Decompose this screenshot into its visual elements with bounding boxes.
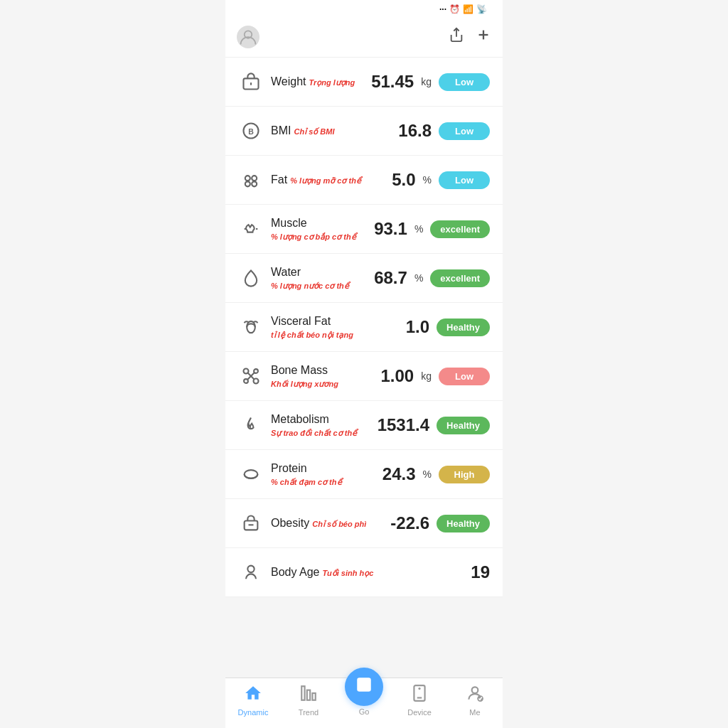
me-label: Me: [469, 708, 480, 717]
bone-mass-icon: [238, 363, 264, 389]
metric-row-fat[interactable]: Fat% lượng mỡ cơ thể5.0%Low: [225, 156, 503, 205]
muscle-subtitle: % lượng cơ bắp cơ thể: [271, 232, 356, 242]
body-age-icon: [238, 560, 264, 585]
fat-value-area: 5.0%Low: [392, 170, 490, 190]
metabolism-badge: Healthy: [437, 417, 490, 434]
dots-icon: ···: [439, 4, 446, 14]
fat-labels: Fat% lượng mỡ cơ thể: [271, 173, 385, 186]
svg-point-14: [247, 321, 255, 333]
svg-point-9: [252, 176, 257, 181]
svg-point-18: [254, 369, 258, 373]
metric-row-water[interactable]: Water% lượng nước cơ thể68.7%excellent: [225, 254, 503, 303]
header-avatar: [237, 26, 259, 48]
metabolism-name: Metabolism: [271, 413, 329, 426]
body-age-value-area: 19: [471, 562, 490, 582]
svg-point-11: [252, 181, 257, 186]
metric-row-bmi[interactable]: B BMIChỉ số BMI16.8Low: [225, 107, 503, 156]
protein-subtitle: % chất đạm cơ thể: [271, 478, 342, 487]
water-subtitle: % lượng nước cơ thể: [271, 282, 349, 291]
fat-name: Fat: [271, 173, 287, 186]
protein-badge: High: [439, 466, 490, 483]
bone-mass-value-area: 1.00kgLow: [380, 366, 490, 386]
wifi-icon: 📡: [476, 4, 487, 14]
nav-go[interactable]: Go: [336, 685, 392, 716]
nav-me[interactable]: Me: [447, 684, 503, 717]
bone-mass-badge: Low: [439, 368, 490, 385]
svg-point-8: [245, 176, 250, 181]
bone-mass-labels: Bone MassKhối lượng xương: [271, 364, 373, 389]
trend-icon: [299, 684, 318, 707]
metric-row-weight[interactable]: WeightTrọng lượng51.45kgLow: [225, 58, 503, 107]
bone-mass-value: 1.00: [380, 366, 414, 386]
metric-row-obesity[interactable]: ObesityChỉ số béo phì-22.6Healthy: [225, 499, 503, 548]
nav-trend[interactable]: Trend: [281, 684, 336, 717]
metabolism-value-area: 1531.4Healthy: [378, 415, 490, 435]
visceral-fat-badge: Healthy: [437, 318, 490, 336]
go-button[interactable]: [345, 668, 383, 706]
svg-point-32: [472, 687, 478, 693]
svg-point-16: [244, 369, 249, 374]
go-label: Go: [359, 707, 370, 716]
bmi-badge: Low: [439, 122, 490, 140]
obesity-badge: Healthy: [437, 515, 490, 532]
metric-row-bone-mass[interactable]: Bone MassKhối lượng xương1.00kgLow: [225, 352, 503, 401]
body-age-labels: Body AgeTuổi sinh học: [271, 566, 464, 579]
trend-label: Trend: [299, 708, 318, 717]
svg-rect-28: [357, 678, 371, 692]
water-name: Water: [271, 266, 301, 279]
body-age-value: 19: [471, 562, 490, 582]
svg-rect-27: [312, 693, 315, 700]
metric-row-visceral-fat[interactable]: Visceral Fattỉ lệ chất béo nội tạng1.0He…: [225, 303, 503, 352]
add-icon[interactable]: [476, 27, 491, 47]
metric-row-body-age[interactable]: Body AgeTuổi sinh học19: [225, 548, 503, 597]
muscle-labels: Muscle% lượng cơ bắp cơ thể: [271, 217, 367, 242]
me-icon: [466, 684, 484, 707]
weight-name: Weight: [271, 75, 306, 88]
visceral-fat-labels: Visceral Fattỉ lệ chất béo nội tạng: [271, 315, 399, 340]
water-badge: excellent: [430, 269, 490, 287]
water-icon: [238, 265, 264, 291]
visceral-fat-value-area: 1.0Healthy: [406, 317, 490, 337]
status-bar: ··· ⏰ 📶 📡: [225, 0, 503, 18]
protein-value-area: 24.3%High: [382, 464, 490, 484]
protein-labels: Protein% chất đạm cơ thể: [271, 462, 375, 487]
svg-rect-26: [307, 690, 310, 700]
visceral-fat-name: Visceral Fat: [271, 315, 331, 328]
metric-row-metabolism[interactable]: MetabolismSự trao đổi chất cơ thể1531.4H…: [225, 401, 503, 450]
fat-unit: %: [423, 174, 432, 186]
fat-subtitle: % lượng mỡ cơ thể: [290, 176, 361, 186]
muscle-name: Muscle: [271, 217, 307, 230]
muscle-icon: [238, 216, 264, 242]
metric-row-protein[interactable]: Protein% chất đạm cơ thể24.3%High: [225, 450, 503, 499]
water-value: 68.7: [374, 268, 407, 288]
dynamic-label: Dynamic: [238, 708, 269, 717]
metric-row-muscle[interactable]: Muscle% lượng cơ bắp cơ thể93.1%excellen…: [225, 205, 503, 254]
nav-device[interactable]: Device: [392, 684, 447, 717]
metabolism-subtitle: Sự trao đổi chất cơ thể: [271, 429, 357, 438]
metabolism-labels: MetabolismSự trao đổi chất cơ thể: [271, 413, 370, 438]
visceral-fat-value: 1.0: [406, 317, 429, 337]
svg-point-10: [245, 181, 250, 186]
metrics-list: WeightTrọng lượng51.45kgLow B BMIChỉ số …: [225, 58, 503, 597]
water-labels: Water% lượng nước cơ thể: [271, 266, 367, 291]
protein-value: 24.3: [382, 464, 416, 484]
share-icon[interactable]: [449, 27, 464, 47]
fat-badge: Low: [439, 171, 490, 189]
bmi-icon: B: [238, 118, 264, 144]
muscle-badge: excellent: [430, 220, 490, 238]
dynamic-icon: [244, 684, 262, 707]
visceral-fat-icon: [238, 314, 264, 340]
status-icons: ··· ⏰ 📶 📡: [439, 4, 490, 14]
svg-point-19: [244, 379, 248, 383]
header: [225, 18, 503, 58]
bottom-nav: Dynamic Trend Go: [225, 678, 503, 728]
nav-dynamic[interactable]: Dynamic: [225, 684, 281, 717]
signal-icon: 📶: [463, 4, 473, 14]
obesity-labels: ObesityChỉ số béo phì: [271, 517, 383, 530]
obesity-icon: [238, 510, 264, 536]
visceral-fat-subtitle: tỉ lệ chất béo nội tạng: [271, 331, 353, 340]
obesity-value: -22.6: [390, 513, 429, 533]
bmi-labels: BMIChỉ số BMI: [271, 124, 391, 137]
weight-value-area: 51.45kgLow: [371, 72, 490, 92]
muscle-value-area: 93.1%excellent: [374, 219, 490, 239]
